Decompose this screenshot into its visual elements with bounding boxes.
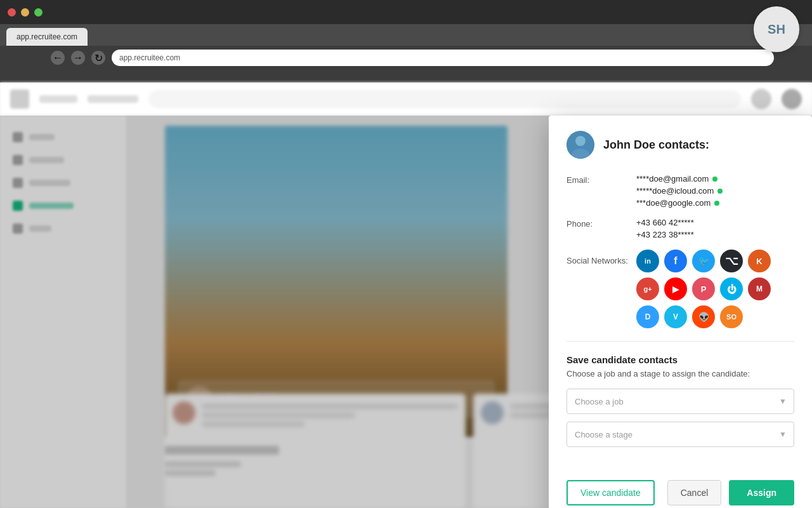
forward-button[interactable]: → xyxy=(71,51,85,65)
cancel-button[interactable]: Cancel xyxy=(667,480,722,505)
assign-button[interactable]: Assign xyxy=(729,480,794,505)
candidate-avatar xyxy=(566,131,594,159)
save-subtitle: Choose a job and a stage to assign the c… xyxy=(566,369,794,378)
browser-maximize-dot[interactable] xyxy=(34,8,43,17)
app-logo xyxy=(10,90,29,109)
github-icon[interactable]: ⌥ xyxy=(720,250,743,272)
youtube-icon[interactable]: ▶ xyxy=(664,277,687,300)
phone-label: Phone: xyxy=(566,218,636,229)
browser-address-bar: ← → ↻ app.recruitee.com xyxy=(0,46,812,70)
modal-title: John Doe contacts: xyxy=(603,138,709,152)
svg-point-1 xyxy=(575,136,586,146)
refresh-button[interactable]: ↻ xyxy=(91,51,105,65)
email-value-2: *****doe@icloud.com xyxy=(636,186,794,196)
vimeo-icon[interactable]: V xyxy=(664,305,687,328)
email-value-3: ***doe@google.com xyxy=(636,198,794,208)
browser-close-dot[interactable] xyxy=(8,8,16,17)
address-bar[interactable]: app.recruitee.com xyxy=(112,50,774,66)
phone-values: +43 660 42***** +43 223 38***** xyxy=(636,218,794,239)
header-user-avatar-2[interactable] xyxy=(782,89,802,109)
myspace-icon[interactable]: M xyxy=(748,277,771,300)
job-select[interactable]: Choose a job xyxy=(566,389,794,414)
email-label: Email: xyxy=(566,174,636,185)
header-nav-reports[interactable] xyxy=(88,95,138,103)
user-avatar[interactable]: SH xyxy=(754,6,799,52)
googleplus-icon[interactable]: g+ xyxy=(636,277,659,300)
stage-select[interactable]: Choose a stage xyxy=(566,422,794,447)
stage-dropdown-wrapper: Choose a stage ▼ xyxy=(566,422,794,447)
email-value-1: ****doe@gmail.com xyxy=(636,174,794,184)
aboutme-icon[interactable]: ⏻ xyxy=(720,277,743,300)
header-user-avatar[interactable] xyxy=(751,89,771,109)
contact-modal: John Doe contacts: Email: ****doe@gmail.… xyxy=(549,116,812,508)
phone-value-2: +43 223 38***** xyxy=(636,230,794,239)
app-header xyxy=(0,83,812,116)
stackoverflow-icon[interactable]: SO xyxy=(720,305,743,328)
twitter-icon[interactable]: 🐦 xyxy=(692,250,715,272)
email-values: ****doe@gmail.com *****doe@icloud.com **… xyxy=(636,174,794,208)
disqus-icon[interactable]: D xyxy=(636,305,659,328)
phone-value-1: +43 660 42***** xyxy=(636,218,794,227)
modal-header: John Doe contacts: xyxy=(566,131,794,159)
social-label: Social Networks: xyxy=(566,250,636,265)
browser-top-bar xyxy=(0,0,812,24)
save-title: Save candidate contacts xyxy=(566,354,794,365)
header-search[interactable] xyxy=(148,90,741,108)
modal-body: John Doe contacts: Email: ****doe@gmail.… xyxy=(549,116,812,470)
back-button[interactable]: ← xyxy=(51,51,65,65)
browser-tab[interactable]: app.recruitee.com xyxy=(6,28,88,46)
browser-minimize-dot[interactable] xyxy=(21,8,29,17)
reddit-icon[interactable]: 👽 xyxy=(692,305,715,328)
modal-divider xyxy=(566,341,794,342)
phone-row: Phone: +43 660 42***** +43 223 38***** xyxy=(566,218,794,239)
social-icons-grid: in f 🐦 ⌥ K g+ ▶ xyxy=(636,250,794,328)
email-status-dot-1 xyxy=(712,177,717,182)
klout-icon[interactable]: K xyxy=(748,250,771,272)
email-status-dot-3 xyxy=(714,201,719,206)
modal-overlay: John Doe contacts: Email: ****doe@gmail.… xyxy=(0,116,812,508)
modal-footer: View candidate Cancel Assign xyxy=(549,470,812,508)
browser-tab-bar: app.recruitee.com xyxy=(0,24,812,46)
email-row: Email: ****doe@gmail.com *****doe@icloud… xyxy=(566,174,794,208)
header-nav-people[interactable] xyxy=(39,95,77,103)
linkedin-icon[interactable]: in xyxy=(636,250,659,272)
social-row: Social Networks: in f 🐦 ⌥ K xyxy=(566,250,794,328)
email-status-dot-2 xyxy=(717,189,723,194)
plixi-icon[interactable]: P xyxy=(692,277,715,300)
job-dropdown-wrapper: Choose a job ▼ xyxy=(566,389,794,414)
view-candidate-button[interactable]: View candidate xyxy=(566,480,655,505)
facebook-icon[interactable]: f xyxy=(664,250,687,272)
